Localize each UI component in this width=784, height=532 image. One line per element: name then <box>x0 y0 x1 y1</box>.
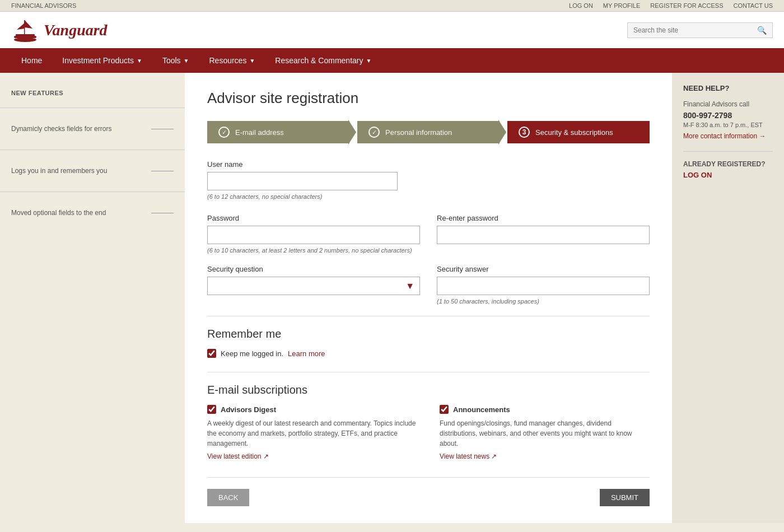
sidebar-feature-2: Logs you in and remembers you <box>0 150 185 192</box>
advisors-digest-checkbox[interactable] <box>207 405 216 414</box>
remember-me-title: Remember me <box>207 328 650 340</box>
nav-resources[interactable]: Resources ▼ <box>199 48 265 73</box>
step-1-arrow <box>348 120 356 144</box>
nav-tools[interactable]: Tools ▼ <box>152 48 199 73</box>
nav-investment-products-arrow: ▼ <box>137 58 142 64</box>
sidebar-feature-3: Moved optional fields to the end <box>0 192 185 234</box>
announcements-desc: Fund openings/closings, fund manager cha… <box>440 418 650 449</box>
log-on-link[interactable]: LOG ON <box>683 171 712 179</box>
reenter-password-label: Re-enter password <box>437 214 650 222</box>
security-answer-hint: (1 to 50 characters, including spaces) <box>437 298 650 305</box>
username-label: User name <box>207 160 650 169</box>
advisors-digest-desc: A weekly digest of our latest research a… <box>207 418 417 449</box>
reenter-password-input[interactable] <box>437 226 650 244</box>
announcements-item: Announcements Fund openings/closings, fu… <box>440 405 650 460</box>
already-registered-section: ALREADY REGISTERED? LOG ON <box>683 151 773 179</box>
step-1-check: ✓ <box>218 127 230 138</box>
step-1: ✓ E-mail address <box>207 121 349 143</box>
connector-line-3 <box>151 213 174 213</box>
security-question-group: Security question What is your mother's … <box>207 265 420 305</box>
my-profile-top[interactable]: MY PROFILE <box>603 2 640 9</box>
step-1-label: E-mail address <box>235 128 284 137</box>
submit-button[interactable]: SUBMIT <box>600 489 650 506</box>
page-title: Advisor site registration <box>207 90 650 107</box>
remember-me-section: Remember me Keep me logged in. Learn mor… <box>207 328 650 358</box>
back-button[interactable]: BACK <box>207 489 249 506</box>
step-3-label: Security & subscriptions <box>535 128 613 137</box>
advisors-digest-item: Advisors Digest A weekly digest of our l… <box>207 405 417 460</box>
nav-resources-arrow: ▼ <box>249 58 255 64</box>
learn-more-link[interactable]: Learn more <box>288 349 325 358</box>
logo-text: Vanguard <box>44 21 108 39</box>
help-phone: 800-997-2798 <box>683 111 773 120</box>
register-top[interactable]: REGISTER FOR ACCESS <box>650 2 723 9</box>
security-answer-input[interactable] <box>437 277 650 295</box>
section-divider-1 <box>207 316 650 316</box>
announcements-checkbox[interactable] <box>440 405 449 414</box>
form-buttons: BACK SUBMIT <box>207 477 650 506</box>
subscriptions-section: E-mail subscriptions Advisors Digest A w… <box>207 384 650 460</box>
subscriptions-grid: Advisors Digest A weekly digest of our l… <box>207 405 650 460</box>
advisors-digest-title: Advisors Digest <box>221 405 276 414</box>
more-contact-link[interactable]: More contact information → <box>683 132 766 140</box>
contact-top[interactable]: CONTACT US <box>734 2 773 9</box>
connector-line-2 <box>151 171 174 171</box>
remember-me-checkbox[interactable] <box>207 349 216 358</box>
search-icon[interactable]: 🔍 <box>757 26 767 35</box>
help-title: NEED HELP? <box>683 84 773 92</box>
step-3: 3 Security & subscriptions <box>507 121 650 143</box>
announcements-header: Announcements <box>440 405 650 414</box>
progress-steps: ✓ E-mail address ✓ Personal information … <box>207 121 650 143</box>
financial-advisors-menu[interactable]: FINANCIAL ADVISORS <box>11 2 76 9</box>
step-3-num: 3 <box>519 127 530 138</box>
username-input[interactable] <box>207 172 398 190</box>
username-hint: (6 to 12 characters, no special characte… <box>207 193 398 200</box>
subscriptions-title: E-mail subscriptions <box>207 384 650 396</box>
search-bar: 🔍 <box>627 22 773 38</box>
content-area: Advisor site registration ✓ E-mail addre… <box>185 73 672 523</box>
svg-marker-2 <box>17 23 25 30</box>
sidebar-new-features-title: NEW FEATURES <box>0 84 185 108</box>
header: Vanguard 🔍 <box>0 12 784 48</box>
main-layout: NEW FEATURES Dynamicly checks fields for… <box>0 73 784 523</box>
advisors-digest-header: Advisors Digest <box>207 405 417 414</box>
section-divider-2 <box>207 372 650 372</box>
nav-investment-products[interactable]: Investment Products ▼ <box>52 48 152 73</box>
username-section: User name (6 to 12 characters, no specia… <box>207 160 650 200</box>
security-question-select[interactable]: What is your mother's maiden name? What … <box>207 277 420 295</box>
password-row: Password (6 to 10 characters, at least 2… <box>207 214 650 254</box>
sidebar-feature-1: Dynamicly checks fields for errors <box>0 108 185 150</box>
step-2: ✓ Personal information <box>357 121 500 143</box>
top-bar: FINANCIAL ADVISORS LOG ON MY PROFILE REG… <box>0 0 784 12</box>
log-on-top[interactable]: LOG ON <box>569 2 593 9</box>
nav-home[interactable]: Home <box>11 48 52 73</box>
nav-tools-arrow: ▼ <box>184 58 189 64</box>
sidebar-feature-1-text: Dynamicly checks fields for errors <box>11 125 151 133</box>
remember-me-row: Keep me logged in. Learn more <box>207 349 650 358</box>
password-hint: (6 to 10 characters, at least 2 letters … <box>207 247 420 254</box>
svg-rect-3 <box>16 34 35 36</box>
help-call-text: Financial Advisors call <box>683 99 773 109</box>
password-label: Password <box>207 214 420 222</box>
left-sidebar: NEW FEATURES Dynamicly checks fields for… <box>0 73 185 523</box>
password-group: Password (6 to 10 characters, at least 2… <box>207 214 420 254</box>
sidebar-feature-2-text: Logs you in and remembers you <box>11 167 151 175</box>
advisors-digest-link[interactable]: View latest edition ↗ <box>207 452 269 460</box>
security-question-select-wrap: What is your mother's maiden name? What … <box>207 277 420 295</box>
nav-research-arrow: ▼ <box>366 58 371 64</box>
reenter-password-group: Re-enter password <box>437 214 650 254</box>
svg-point-5 <box>14 38 36 42</box>
step-2-arrow <box>498 120 506 144</box>
logo[interactable]: Vanguard <box>11 17 108 43</box>
step-2-check: ✓ <box>368 127 380 138</box>
vanguard-ship-icon <box>11 17 39 43</box>
password-input[interactable] <box>207 226 420 244</box>
nav-research[interactable]: Research & Commentary ▼ <box>265 48 381 73</box>
right-sidebar: NEED HELP? Financial Advisors call 800-9… <box>672 73 784 523</box>
security-row: Security question What is your mother's … <box>207 265 650 305</box>
step-2-label: Personal information <box>385 128 452 137</box>
main-nav: Home Investment Products ▼ Tools ▼ Resou… <box>0 48 784 73</box>
already-registered-title: ALREADY REGISTERED? <box>683 160 773 168</box>
announcements-link[interactable]: View latest news ↗ <box>440 452 497 460</box>
search-input[interactable] <box>633 26 757 34</box>
